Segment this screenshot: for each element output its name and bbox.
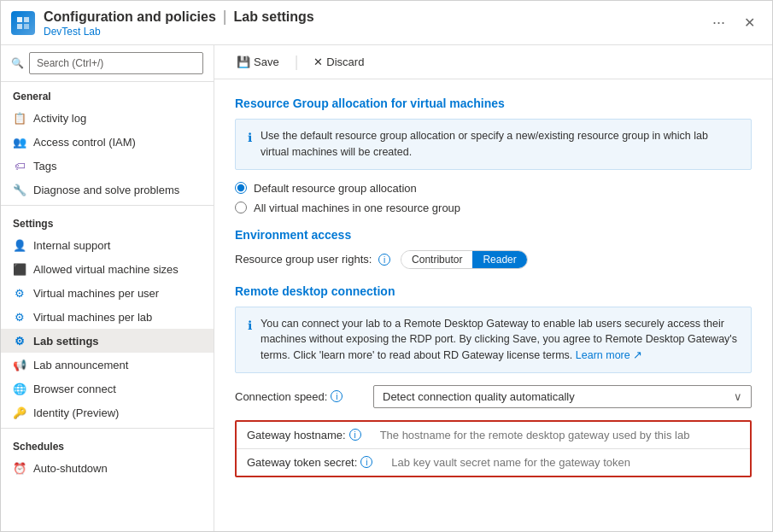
title-actions: ··· ✕ (707, 11, 762, 34)
info-icon-2: ℹ (248, 317, 252, 335)
contributor-option[interactable]: Contributor (401, 251, 472, 268)
save-icon: 💾 (237, 56, 250, 68)
title-text-group: Configuration and policies | Lab setting… (44, 8, 699, 38)
title-lab-settings: Lab settings (233, 9, 313, 25)
section-label-schedules: Schedules (1, 432, 214, 456)
section-label-settings: Settings (1, 209, 214, 233)
identity-icon: 🔑 (13, 406, 26, 419)
search-input[interactable] (29, 52, 203, 74)
sidebar: 🔍 General 📋 Activity log 👥 Access contro… (1, 45, 214, 531)
divider-1 (1, 205, 214, 206)
gateway-token-label: Gateway token secret: i (237, 449, 383, 476)
auto-shutdown-icon: ⏰ (13, 461, 26, 475)
app-icon (11, 11, 35, 35)
save-button[interactable]: 💾 Save (231, 52, 284, 72)
gateway-token-input[interactable] (383, 449, 750, 476)
radio-default-rg-label: Default resource group allocation (254, 182, 417, 195)
sidebar-label-identity: Identity (Preview) (33, 406, 119, 419)
main-layout: 🔍 General 📋 Activity log 👥 Access contro… (1, 45, 772, 531)
connection-speed-info-icon[interactable]: i (331, 390, 343, 402)
radio-default-rg[interactable]: Default resource group allocation (235, 182, 752, 195)
sidebar-item-lab-announcement[interactable]: 📢 Lab announcement (1, 353, 214, 377)
sidebar-label-internal-support: Internal support (33, 239, 110, 252)
sidebar-item-internal-support[interactable]: 👤 Internal support (1, 233, 214, 257)
sidebar-label-tags: Tags (33, 160, 56, 172)
radio-all-vm-one-rg[interactable]: All virtual machines in one resource gro… (235, 202, 752, 214)
sidebar-label-auto-shutdown: Auto-shutdown (33, 462, 108, 475)
gateway-hostname-input[interactable] (372, 422, 750, 448)
connection-speed-text: Connection speed: (235, 390, 327, 403)
close-button[interactable]: ✕ (737, 11, 762, 34)
remote-desktop-info-box: ℹ You can connect your lab to a Remote D… (235, 307, 752, 373)
sidebar-label-access-control: Access control (IAM) (33, 136, 136, 149)
sidebar-item-lab-settings[interactable]: ⚙ Lab settings (1, 329, 214, 353)
gateway-hostname-info-icon[interactable]: i (349, 429, 361, 441)
sidebar-search-area: 🔍 (1, 45, 214, 82)
sidebar-label-vm-per-lab: Virtual machines per lab (33, 311, 152, 324)
sidebar-label-vm-per-user: Virtual machines per user (33, 287, 159, 300)
sidebar-item-browser-connect[interactable]: 🌐 Browser connect (1, 377, 214, 400)
content-body: Resource Group allocation for virtual ma… (214, 79, 772, 531)
sidebar-item-diagnose[interactable]: 🔧 Diagnose and solve problems (1, 178, 214, 202)
resource-group-section-title: Resource Group allocation for virtual ma… (235, 96, 752, 110)
connection-speed-label: Connection speed: i (235, 390, 363, 403)
vm-sizes-icon: ⬛ (13, 262, 26, 276)
vm-per-user-icon: ⚙ (13, 286, 26, 300)
rg-user-rights-label: Resource group user rights: i (235, 253, 390, 266)
tags-icon: 🏷 (13, 159, 26, 172)
gateway-hostname-row: Gateway hostname: i (237, 422, 750, 448)
discard-button[interactable]: ✕ Discard (308, 52, 369, 72)
sidebar-label-lab-announcement: Lab announcement (33, 359, 128, 371)
activity-log-icon: 📋 (13, 111, 26, 125)
sidebar-item-vm-sizes[interactable]: ⬛ Allowed virtual machine sizes (1, 257, 214, 281)
remote-desktop-info-text: You can connect your lab to a Remote Des… (261, 316, 739, 364)
access-control-icon: 👥 (13, 135, 26, 149)
sidebar-label-vm-sizes: Allowed virtual machine sizes (33, 263, 179, 276)
rg-user-rights-row: Resource group user rights: i Contributo… (235, 250, 752, 269)
remote-desktop-section: Remote desktop connection ℹ You can conn… (235, 284, 752, 477)
save-label: Save (254, 56, 279, 68)
radio-group-rg: Default resource group allocation All vi… (235, 182, 752, 214)
more-options-button[interactable]: ··· (707, 12, 730, 33)
title-config: Configuration and policies (44, 9, 216, 25)
gateway-token-info-icon[interactable]: i (360, 456, 372, 468)
radio-all-vm-one-rg-label: All virtual machines in one resource gro… (254, 202, 460, 214)
internal-support-icon: 👤 (13, 238, 26, 252)
lab-settings-icon: ⚙ (13, 334, 26, 348)
svg-rect-1 (24, 17, 29, 22)
content-toolbar: 💾 Save | ✕ Discard (214, 45, 772, 79)
diagnose-icon: 🔧 (13, 183, 26, 196)
gateway-token-text: Gateway token secret: (247, 456, 357, 469)
sidebar-item-vm-per-lab[interactable]: ⚙ Virtual machines per lab (1, 305, 214, 329)
environment-access-title: Environment access (235, 228, 752, 242)
discard-icon: ✕ (313, 56, 323, 68)
environment-access-section: Environment access Resource group user r… (235, 228, 752, 269)
sidebar-item-auto-shutdown[interactable]: ⏰ Auto-shutdown (1, 456, 214, 480)
gateway-hostname-text: Gateway hostname: (247, 429, 346, 441)
remote-desktop-title: Remote desktop connection (235, 284, 752, 298)
lab-announcement-icon: 📢 (13, 358, 26, 371)
browser-connect-icon: 🌐 (13, 382, 26, 395)
sidebar-label-activity-log: Activity log (33, 112, 86, 125)
sidebar-item-identity[interactable]: 🔑 Identity (Preview) (1, 400, 214, 424)
rg-user-rights-info-icon[interactable]: i (378, 254, 390, 266)
sidebar-item-vm-per-user[interactable]: ⚙ Virtual machines per user (1, 281, 214, 305)
connection-speed-select[interactable]: Detect connection quality automatically … (373, 385, 752, 408)
reader-option[interactable]: Reader (472, 251, 526, 268)
svg-rect-2 (17, 24, 22, 29)
main-window: Configuration and policies | Lab setting… (0, 0, 773, 532)
breadcrumb: DevTest Lab (44, 26, 699, 38)
connection-speed-row: Connection speed: i Detect connection qu… (235, 385, 752, 408)
svg-rect-0 (17, 17, 22, 22)
gateway-hostname-label: Gateway hostname: i (237, 422, 372, 448)
sidebar-item-tags[interactable]: 🏷 Tags (1, 154, 214, 178)
search-icon: 🔍 (11, 57, 24, 69)
sidebar-item-access-control[interactable]: 👥 Access control (IAM) (1, 130, 214, 154)
connection-speed-value: Detect connection quality automatically (383, 390, 575, 403)
learn-more-link[interactable]: Learn more ↗ (576, 349, 642, 361)
divider-2 (1, 428, 214, 429)
sidebar-label-diagnose: Diagnose and solve problems (33, 184, 179, 196)
sidebar-item-activity-log[interactable]: 📋 Activity log (1, 106, 214, 130)
vm-per-lab-icon: ⚙ (13, 310, 26, 324)
resource-group-info-text: Use the default resource group allocatio… (261, 128, 739, 161)
